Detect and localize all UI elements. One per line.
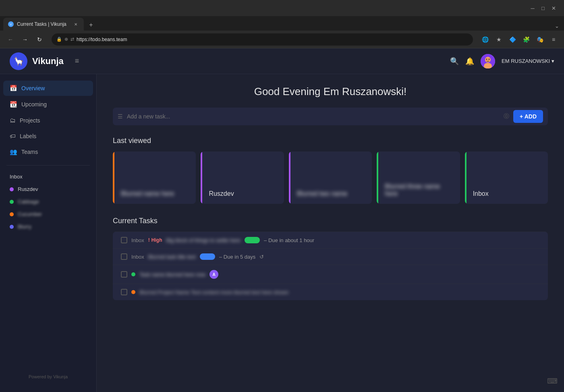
teams-icon: 👥: [10, 148, 17, 156]
task-row: Inbox ! high High Big block of things to…: [113, 232, 548, 248]
project-card-3[interactable]: Blurred two name: [289, 151, 372, 204]
nav-globe-icon[interactable]: 🌐: [479, 34, 491, 45]
task-checkbox-4[interactable]: [121, 289, 127, 295]
sidebar-item-upcoming[interactable]: 📆 Upcoming: [3, 97, 93, 112]
project-card-1[interactable]: Blurred name here: [113, 151, 196, 204]
nav-back-button[interactable]: ←: [5, 34, 16, 45]
projects-icon: 🗂: [10, 117, 16, 124]
username-label[interactable]: EM RUSZANOWSKI ▾: [502, 58, 554, 64]
current-tasks-title: Current Tasks: [113, 217, 548, 225]
sidebar-item-overview[interactable]: 📅 Overview: [3, 81, 93, 96]
nav-extension2-icon[interactable]: 🧩: [520, 34, 532, 45]
task-due-1: – Due in about 1 hour: [264, 237, 314, 243]
project-name-ruszdev: Ruszdev: [18, 186, 38, 192]
url-bar[interactable]: 🔒 ⊕ ⇄ https://todo.beans.team: [52, 33, 473, 46]
card-content-2: Ruszdev: [201, 151, 284, 204]
svg-point-4: [489, 58, 490, 60]
card-border-5: [465, 151, 467, 204]
sidebar-project-2[interactable]: Cabbage: [0, 195, 96, 208]
card-border-2: [201, 151, 202, 204]
nav-extension1-icon[interactable]: 🔷: [507, 34, 518, 45]
sidebar-project-3[interactable]: Cucumber: [0, 208, 96, 220]
card-content-3: Blurred two name: [289, 151, 372, 204]
overview-icon: 📅: [10, 85, 17, 92]
browser-menu-down[interactable]: ⌄: [553, 21, 561, 31]
sidebar-item-teams[interactable]: 👥 Teams: [3, 144, 93, 160]
task-project-2: Inbox: [131, 254, 144, 260]
task-due-2: – Due in 5 days: [219, 254, 255, 260]
task-dot-4: [131, 290, 135, 294]
last-viewed-title: Last viewed: [113, 137, 548, 145]
task-title-2: Blurred task title text: [148, 254, 196, 260]
lock-icon: ⊕: [64, 37, 68, 42]
logo-icon: 🦙: [10, 52, 27, 70]
card-border-4: [377, 151, 378, 204]
task-checkbox-2[interactable]: [121, 253, 127, 260]
sidebar-project-ruszdev[interactable]: Ruszdev: [0, 183, 96, 195]
sidebar-item-projects[interactable]: 🗂 Projects: [3, 113, 93, 128]
task-assignee-3: A: [209, 270, 218, 279]
url-text: https://todo.beans.team: [77, 37, 127, 42]
card-content-4: Blurred three name here: [377, 151, 460, 204]
nav-main-menu-icon[interactable]: ≡: [548, 34, 559, 45]
main-layout: 📅 Overview 📆 Upcoming 🗂 Projects 🏷 Label…: [0, 74, 564, 392]
task-row: Task name blurred here now A: [113, 265, 548, 284]
keyboard-icon[interactable]: ⌨: [547, 377, 558, 386]
window-minimize[interactable]: ─: [529, 4, 537, 12]
add-task-filter-icon: ☰: [118, 113, 123, 120]
task-checkbox-3[interactable]: [121, 271, 127, 278]
logo-area: 🦙 Vikunja ≡: [10, 52, 79, 70]
card-content-5: Inbox: [465, 151, 548, 204]
priority-badge-1: ! high High: [148, 237, 162, 243]
task-label-1: [245, 237, 260, 243]
avatar-svg: [481, 54, 495, 68]
nav-star-icon[interactable]: ★: [493, 34, 504, 45]
add-task-help-icon[interactable]: ⓪: [504, 113, 509, 120]
task-checkbox-1[interactable]: [121, 237, 127, 243]
browser-tab-bar: V Current Tasks | Vikunja ✕ + ⌄: [0, 16, 564, 31]
tasks-section: Inbox ! high High Big block of things to…: [113, 232, 548, 300]
sidebar-item-label: Overview: [21, 85, 45, 91]
nav-forward-button[interactable]: →: [19, 34, 31, 45]
add-task-input[interactable]: [127, 113, 500, 120]
repeat-icon: ↺: [259, 254, 264, 260]
window-maximize[interactable]: □: [539, 4, 547, 12]
task-dot-3: [131, 272, 135, 276]
task-title-3: Task name blurred here now: [139, 272, 205, 278]
tab-title: Current Tasks | Vikunja: [17, 21, 66, 27]
tab-close-button[interactable]: ✕: [73, 21, 79, 27]
browser-titlebar: ─ □ ✕: [0, 0, 564, 16]
project-card-4[interactable]: Blurred three name here: [377, 151, 460, 204]
project-dot-3: [10, 212, 14, 216]
header-right: 🔍 🔔 EM RUSZANOWSKI ▾: [450, 54, 554, 68]
task-row: Inbox Blurred task title text – Due in 5…: [113, 248, 548, 265]
app-header: 🦙 Vikunja ≡ 🔍 🔔 EM RUSZANOWSKI ▾: [0, 48, 564, 74]
sidebar-item-labels[interactable]: 🏷 Labels: [3, 129, 93, 143]
task-extra-4: Blurred Project Name Text content more b…: [139, 289, 288, 295]
task-title-1: Big block of things to settle here: [166, 237, 240, 243]
sidebar-item-label: Projects: [20, 117, 40, 124]
browser-nav: ← → ↻ 🔒 ⊕ ⇄ https://todo.beans.team 🌐 ★ …: [0, 31, 564, 48]
project-dot-2: [10, 200, 14, 204]
sidebar-item-label: Labels: [20, 133, 36, 139]
cards-row: Blurred name here Ruszdev Blurred two na…: [113, 151, 548, 204]
logo-text: Vikunja: [32, 56, 64, 66]
sidebar-inbox[interactable]: Inbox: [0, 170, 96, 183]
sidebar-project-4[interactable]: Blurry: [0, 220, 96, 233]
bell-icon[interactable]: 🔔: [465, 57, 474, 66]
card-border-1: [113, 151, 114, 204]
project-name-2: Cabbage: [18, 199, 39, 205]
new-tab-button[interactable]: +: [85, 19, 97, 31]
search-icon[interactable]: 🔍: [450, 57, 459, 66]
nav-extension3-icon[interactable]: 🎭: [534, 34, 545, 45]
hamburger-menu-icon[interactable]: ≡: [75, 57, 79, 65]
add-button[interactable]: + ADD: [513, 110, 543, 123]
nav-refresh-button[interactable]: ↻: [34, 34, 45, 45]
active-browser-tab[interactable]: V Current Tasks | Vikunja ✕: [3, 18, 84, 31]
project-card-2[interactable]: Ruszdev: [201, 151, 284, 204]
project-card-5[interactable]: Inbox: [465, 151, 548, 204]
sidebar: 📅 Overview 📆 Upcoming 🗂 Projects 🏷 Label…: [0, 74, 97, 392]
sidebar-nav: 📅 Overview 📆 Upcoming 🗂 Projects 🏷 Label…: [0, 81, 96, 160]
window-close[interactable]: ✕: [549, 4, 558, 12]
main-content: Good Evening Em Ruszanowski! ☰ ⓪ + ADD L…: [97, 74, 564, 392]
